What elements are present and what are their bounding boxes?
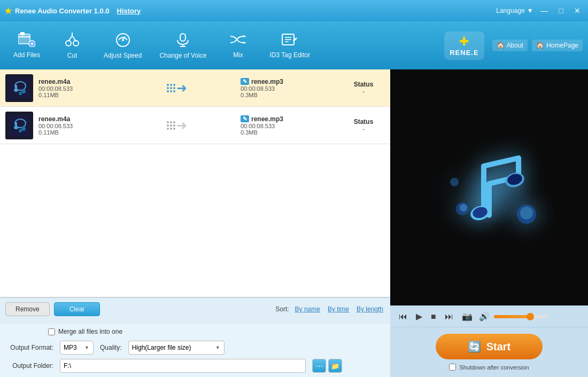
language-dropdown-icon: ▼ [527,7,533,14]
svg-point-44 [450,178,459,186]
output-size: 0.3MB [241,92,337,98]
folder-row: Output Folder: ⋯ 📁 [5,359,385,373]
folder-open-button[interactable]: 📁 [328,359,342,373]
minimize-button[interactable]: — [538,5,552,16]
toolbar-cut[interactable]: Cut [51,28,94,62]
history-link[interactable]: History [117,7,141,15]
quality-label: Quality: [100,344,122,351]
options-section: Merge all files into one Output Format: … [0,324,390,377]
svg-rect-0 [18,34,30,44]
volume-icon: 🔊 [479,311,490,321]
svg-point-32 [14,126,18,129]
edit-icon[interactable]: ✎ [241,115,249,122]
edit-icon[interactable]: ✎ [241,78,249,85]
skip-back-icon: ⏮ [399,312,407,321]
toolbar-add-files[interactable]: Add Files [5,29,48,62]
mix-label: Mix [233,51,243,59]
input-size: 0.11MB [38,129,113,136]
language-button[interactable]: Language ▼ [496,7,533,14]
merge-label[interactable]: Merge all files into one [58,328,122,335]
file-thumbnail [5,112,33,139]
right-arrow-icon: ➜ [176,81,187,96]
cut-label: Cut [67,52,78,59]
input-filename: renee.m4a [38,115,113,123]
svg-point-27 [21,89,26,93]
shutdown-checkbox[interactable] [449,364,456,371]
folder-icon: 📁 [331,362,339,370]
folder-buttons: ⋯ 📁 [312,359,342,373]
svg-point-7 [73,41,79,46]
stop-button[interactable]: ■ [429,311,438,323]
homepage-link[interactable]: 🏠 HomePage [532,40,583,51]
svg-rect-23 [9,77,30,99]
sort-row: Remove Clear Sort: By name By time By le… [5,302,385,316]
remove-button[interactable]: Remove [5,302,50,316]
table-row[interactable]: renee.m4a 00:00:08.533 0.11MB ➜ [0,107,390,144]
add-files-icon [18,32,35,49]
cut-icon [64,32,80,50]
file-list[interactable]: renee.m4a 00:00:08.533 0.11MB ➜ [0,69,390,297]
play-button[interactable]: ▶ [414,310,424,323]
nav-links: 🏠 About 🏠 HomePage [492,40,583,51]
start-button[interactable]: 🔄 Start [436,334,543,359]
toolbar-change-of-voice[interactable]: Change of Voice [152,28,214,62]
player-controls: ⏮ ▶ ■ ⏭ 📷 🔊 [390,305,588,327]
sort-by-name-button[interactable]: By name [293,305,322,313]
main-area: renee.m4a 00:00:08.533 0.11MB ➜ [0,69,588,377]
folder-input[interactable] [60,359,306,373]
file-thumbnail [5,74,33,102]
output-filename: ✎ renee.mp3 [241,115,337,123]
svg-rect-1 [18,36,30,37]
right-arrow-icon: ➜ [176,118,187,133]
about-link[interactable]: 🏠 About [492,40,528,51]
format-select-wrapper[interactable]: MP3 MP4 AAC FLAC WAV OGG WMA [60,341,94,355]
toolbar: Add Files Cut Adjust Speed [0,21,588,69]
toolbar-mix[interactable]: Mix [216,29,259,62]
skip-back-button[interactable]: ⏮ [397,311,409,323]
svg-point-6 [66,41,71,46]
mix-icon [229,32,246,49]
volume-handle[interactable] [527,313,534,320]
maximize-button[interactable]: □ [556,5,567,16]
sort-by-length-button[interactable]: By length [355,305,385,313]
id3-tag-label: ID3 Tag Editor [269,51,310,59]
output-file-info: ✎ renee.mp3 00:00:08.533 0.3MB [241,115,337,136]
folder-browse-button[interactable]: ⋯ [312,359,326,373]
close-button[interactable]: ✕ [571,5,584,16]
shutdown-row: Shutdown after conversion [449,364,529,371]
svg-rect-5 [32,42,33,45]
titlebar-right: Language ▼ — □ ✕ [496,5,584,16]
about-icon: 🏠 [497,42,505,49]
screenshot-button[interactable]: 📷 [460,310,475,323]
toolbar-adjust-speed[interactable]: Adjust Speed [96,28,149,62]
id3-tag-icon [281,32,298,49]
input-duration: 00:00:08.533 [38,85,113,92]
output-duration: 00:00:08.533 [241,85,337,92]
browse-dots-icon: ⋯ [316,362,323,370]
quality-select[interactable]: High(Larger file size) Medium Low(Smalle… [128,341,225,355]
format-row: Output Format: MP3 MP4 AAC FLAC WAV OGG … [5,341,385,355]
svg-point-26 [14,89,18,92]
svg-line-8 [68,36,72,41]
merge-checkbox[interactable] [48,328,55,335]
quality-select-wrapper[interactable]: High(Larger file size) Medium Low(Smalle… [128,341,225,355]
table-row[interactable]: renee.m4a 00:00:08.533 0.11MB ➜ [0,69,390,107]
output-duration: 00:00:08.533 [241,123,337,129]
sort-by-time-button[interactable]: By time [326,305,351,313]
file-panel: renee.m4a 00:00:08.533 0.11MB ➜ [0,69,390,377]
bottom-controls: Remove Clear Sort: By name By time By le… [0,297,390,324]
svg-line-9 [72,36,76,41]
status-value: - [342,125,385,133]
status-label: Status [342,118,385,125]
clear-button[interactable]: Clear [54,302,100,316]
language-label: Language [496,7,524,14]
svg-point-28 [19,92,22,95]
convert-arrow: ➜ [119,118,235,133]
toolbar-id3-tag[interactable]: ID3 Tag Editor [262,29,318,62]
app-logo-icon: ★ [4,6,12,16]
format-select[interactable]: MP3 MP4 AAC FLAC WAV OGG WMA [60,341,94,355]
shutdown-label[interactable]: Shutdown after conversion [459,364,529,371]
skip-forward-button[interactable]: ⏭ [443,311,455,323]
svg-marker-17 [243,35,246,37]
input-duration: 00:00:08.533 [38,123,113,129]
